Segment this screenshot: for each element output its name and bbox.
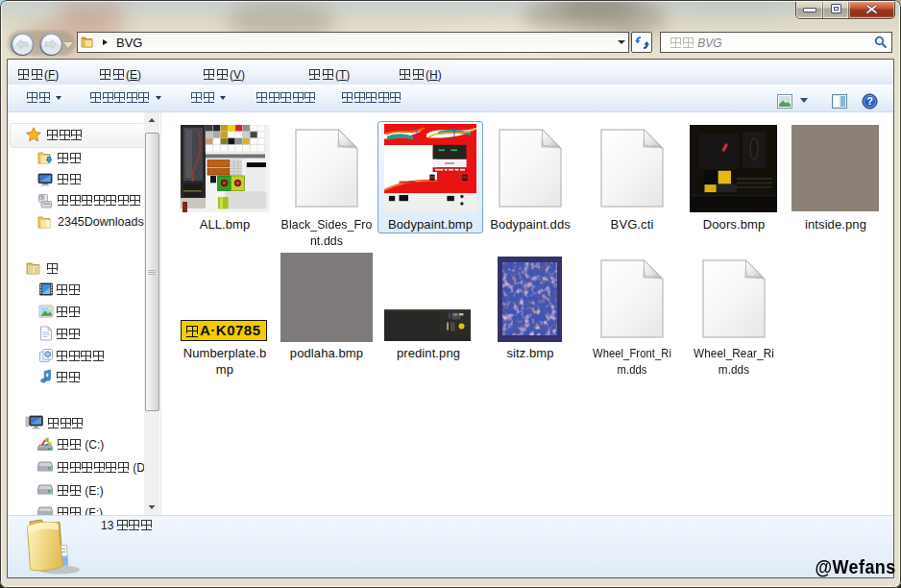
svg-text:?: ?	[866, 95, 873, 107]
